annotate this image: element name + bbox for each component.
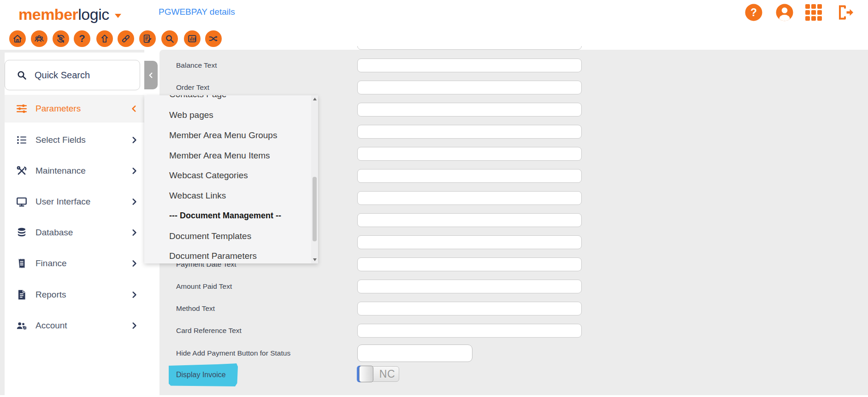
display-invoice-toggle[interactable]: NC — [357, 366, 399, 382]
app-root: memberlogic PGWEBPAY details ? ? Paramet… — [0, 0, 868, 397]
input-balance-text[interactable] — [357, 58, 582, 72]
logout-icon[interactable] — [836, 3, 854, 22]
dropdown-item-document-parameters[interactable]: Document Parameters — [169, 251, 307, 262]
dropdown-item-document-templates[interactable]: Document Templates — [169, 231, 307, 242]
shuffle-icon[interactable] — [205, 30, 222, 47]
sidebar-item-label: Reports — [35, 290, 66, 300]
form-input[interactable] — [357, 235, 582, 249]
icon-toolbar: ? — [0, 29, 868, 46]
header: memberlogic PGWEBPAY details ? — [0, 0, 868, 29]
sidebar-item-label: User Interface — [35, 197, 90, 207]
input-method-text[interactable] — [357, 302, 582, 315]
field-label-balance-text: Balance Text — [176, 61, 217, 70]
link-icon[interactable] — [118, 30, 134, 47]
sidebar-item-maintenance[interactable]: Maintenance — [5, 157, 144, 185]
display-invoice-label: Display Invoice — [176, 371, 226, 379]
form-input[interactable] — [357, 147, 582, 161]
chevron-right-icon — [130, 167, 138, 175]
help-icon[interactable]: ? — [74, 30, 90, 47]
home-icon[interactable] — [9, 30, 26, 47]
sidebar-item-user-interface[interactable]: User Interface — [5, 188, 144, 216]
dropdown-item-member-area-menu-items[interactable]: Member Area Menu Items — [169, 151, 307, 162]
scrollbar-thumb[interactable] — [313, 177, 317, 241]
sidebar-item-finance[interactable]: Finance — [5, 250, 144, 277]
help-icon[interactable]: ? — [744, 3, 763, 22]
chevron-right-icon — [130, 259, 138, 268]
list-icon — [16, 134, 28, 146]
field-label-amount-paid-text: Amount Paid Text — [176, 282, 232, 291]
field-label-hide-add-payment-button-for-status: Hide Add Payment Button for Status — [176, 349, 290, 358]
input-hide-add-payment-button-for-status[interactable] — [357, 344, 472, 362]
dropdown-item-webcast-links[interactable]: Webcast Links — [169, 191, 307, 202]
user-icon[interactable] — [775, 3, 794, 22]
sidebar-item-label: Database — [35, 228, 73, 238]
input-order-text[interactable] — [357, 81, 582, 94]
monitor-icon — [16, 196, 28, 208]
sidebar-item-label: Maintenance — [35, 166, 86, 176]
form-input[interactable] — [357, 213, 582, 227]
field-label-method-text: Method Text — [176, 304, 215, 313]
parameters-dropdown-menu: Contacts PageWeb pagesMember Area Menu G… — [144, 95, 318, 263]
chevron-right-icon — [130, 136, 138, 144]
search-icon[interactable] — [161, 30, 178, 47]
input-payment-date-text[interactable] — [357, 257, 582, 271]
sliders-icon — [16, 103, 28, 115]
scroll-up-icon[interactable] — [313, 98, 317, 100]
quick-search-input[interactable] — [34, 70, 128, 81]
form-input[interactable] — [357, 169, 582, 183]
upload-icon[interactable] — [96, 30, 113, 47]
sidebar-item-account[interactable]: Account — [5, 312, 144, 339]
users-gear-icon — [16, 320, 28, 332]
database-icon — [16, 227, 28, 239]
receipt-icon — [16, 257, 28, 269]
sidebar: ParametersSelect FieldsMaintenanceUser I… — [5, 53, 144, 397]
dropdown-item-contacts-page[interactable]: Contacts Page — [169, 95, 307, 100]
chevron-left-icon — [130, 105, 138, 113]
search-icon — [16, 70, 27, 81]
svg-text:?: ? — [750, 6, 757, 18]
sidebar-item-database[interactable]: Database — [5, 219, 144, 246]
chevron-right-icon — [130, 291, 138, 299]
chevron-right-icon — [130, 321, 138, 330]
sidebar-item-label: Account — [35, 321, 67, 331]
dropdown-item-web-pages[interactable]: Web pages — [169, 110, 307, 121]
logo-text-member: member — [18, 6, 78, 23]
logo-text-logic: logic — [78, 6, 109, 23]
breadcrumb[interactable]: PGWEBPAY details — [159, 7, 235, 17]
field-label-order-text: Order Text — [176, 83, 209, 92]
dropdown-item-document-management[interactable]: --- Document Management -- — [169, 211, 307, 222]
sidebar-item-reports[interactable]: Reports — [5, 281, 144, 309]
edit-form-icon[interactable] — [139, 30, 156, 47]
field-label-card-reference-text: Card Reference Text — [176, 326, 242, 335]
toggle-value: NC — [379, 368, 395, 380]
quick-search-box[interactable] — [5, 60, 140, 90]
document-icon — [16, 289, 28, 301]
chevron-right-icon — [130, 198, 138, 206]
sidebar-item-select-fields[interactable]: Select Fields — [5, 126, 144, 154]
chevron-left-icon — [148, 72, 154, 79]
form-input[interactable] — [357, 191, 582, 205]
dropdown-item-member-area-menu-groups[interactable]: Member Area Menu Groups — [169, 130, 307, 141]
sidebar-item-label: Parameters — [35, 104, 81, 114]
users-icon[interactable] — [31, 30, 47, 47]
input-amount-paid-text[interactable] — [357, 280, 582, 293]
sync-settings-icon[interactable] — [53, 30, 69, 47]
sidebar-item-label: Finance — [35, 258, 67, 269]
dropdown-item-webcast-categories[interactable]: Webcast Categories — [169, 170, 307, 181]
scroll-down-icon[interactable] — [313, 258, 317, 261]
dropdown-scrollbar[interactable] — [311, 95, 318, 263]
logo-dropdown-caret-icon — [115, 14, 121, 18]
highlight-marker: Display Invoice — [169, 363, 238, 386]
apps-grid-icon[interactable] — [804, 3, 823, 22]
bar-chart-icon[interactable] — [184, 30, 201, 47]
form-input[interactable] — [357, 103, 582, 117]
tools-icon — [16, 165, 28, 177]
app-logo[interactable]: memberlogic — [18, 4, 121, 25]
sidebar-item-parameters[interactable]: Parameters — [5, 95, 144, 123]
sidebar-collapse-handle[interactable] — [144, 61, 158, 89]
chevron-right-icon — [130, 228, 138, 237]
toggle-knob[interactable] — [359, 366, 373, 382]
input-card-reference-text[interactable] — [357, 324, 582, 338]
sidebar-item-label: Select Fields — [35, 135, 86, 145]
form-input[interactable] — [357, 125, 582, 139]
